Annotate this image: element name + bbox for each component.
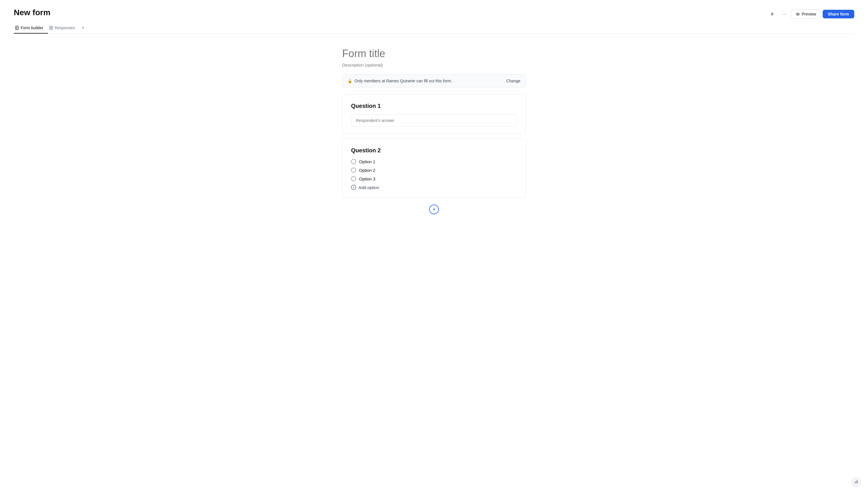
share-form-button[interactable]: Share form <box>823 10 854 18</box>
access-notice-text: Only members at Rames Quinerie can fill … <box>354 79 452 83</box>
lightning-button[interactable] <box>767 9 777 19</box>
tab-responses-label: Responses <box>55 25 75 30</box>
question-2-title: Question 2 <box>351 147 517 154</box>
form-title-input[interactable] <box>342 48 526 60</box>
svg-point-8 <box>796 13 800 15</box>
doc-icon <box>15 26 19 30</box>
access-notice: 🔒 Only members at Rames Quinerie can fil… <box>342 74 526 88</box>
lock-icon: 🔒 <box>348 79 352 83</box>
radio-option-1[interactable]: Option 1 <box>351 159 517 164</box>
add-block-button[interactable]: + <box>429 205 439 214</box>
radio-option-2[interactable]: Option 2 <box>351 168 517 173</box>
preview-label: Preview <box>802 12 816 16</box>
grid-icon <box>49 26 53 30</box>
help-button[interactable]: ↺ <box>851 477 861 487</box>
radio-option-3[interactable]: Option 3 <box>351 176 517 181</box>
question-2-card: Question 2 Option 1 Option 2 Option 3 + … <box>342 139 526 198</box>
tab-responses[interactable]: Responses <box>48 23 79 34</box>
option-2-label: Option 2 <box>359 168 375 173</box>
radio-circle-3 <box>351 176 356 181</box>
question-1-answer-input[interactable] <box>351 114 517 127</box>
radio-circle-2 <box>351 168 356 173</box>
main-content: 🔒 Only members at Rames Quinerie can fil… <box>342 34 526 237</box>
tab-form-builder-label: Form builder <box>21 25 43 30</box>
option-3-label: Option 3 <box>359 176 375 181</box>
add-tab-button[interactable]: + <box>79 22 87 34</box>
radio-circle-1 <box>351 159 356 164</box>
add-option-icon: + <box>351 185 356 190</box>
question-1-title: Question 1 <box>351 103 517 109</box>
add-block-icon: + <box>432 207 436 212</box>
eye-icon <box>796 12 800 16</box>
form-description-input[interactable] <box>342 62 526 68</box>
access-change-button[interactable]: Change <box>506 79 520 83</box>
add-option-label: Add option <box>358 185 379 190</box>
svg-rect-5 <box>51 26 53 27</box>
svg-point-9 <box>797 14 798 15</box>
page-title: New form <box>14 8 854 17</box>
preview-button[interactable]: Preview <box>791 10 820 19</box>
toolbar: ··· Preview Share form <box>767 9 854 19</box>
add-option-button[interactable]: + Add option <box>351 185 517 190</box>
access-notice-left: 🔒 Only members at Rames Quinerie can fil… <box>348 79 452 83</box>
question-1-card: Question 1 <box>342 94 526 134</box>
svg-rect-6 <box>49 28 51 30</box>
tabs-bar: Form builder Responses + <box>14 22 854 34</box>
more-icon: ··· <box>781 11 787 17</box>
help-icon: ↺ <box>854 480 858 485</box>
more-button[interactable]: ··· <box>779 9 789 19</box>
tab-form-builder[interactable]: Form builder <box>14 23 48 34</box>
header: New form Form builder <box>0 0 868 34</box>
option-1-label: Option 1 <box>359 159 375 164</box>
svg-rect-4 <box>49 26 51 27</box>
share-form-label: Share form <box>828 12 849 16</box>
svg-rect-7 <box>51 28 53 30</box>
